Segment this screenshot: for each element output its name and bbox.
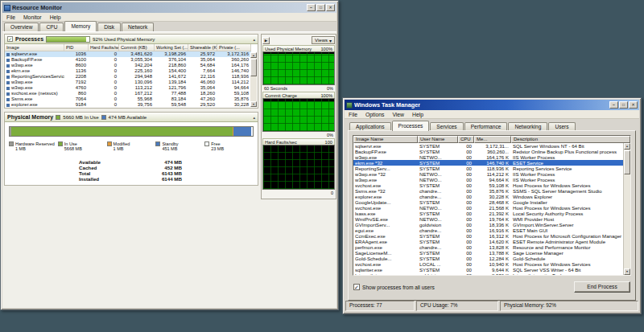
minimize-icon[interactable]: – <box>307 4 316 11</box>
listview-scrollbar[interactable]: ▲ ▼ <box>623 143 630 275</box>
column-header[interactable]: Hard Faults/sec <box>89 44 119 51</box>
process-row[interactable]: svchost.exe NETWO... 00 21,568 K Host Pr… <box>353 205 623 211</box>
process-row[interactable]: explorer.exe chandre... 00 30,228 K Wind… <box>353 194 623 199</box>
maximize-icon[interactable]: □ <box>316 4 325 11</box>
column-header[interactable]: User Name <box>418 136 458 143</box>
column-header[interactable]: Private (... <box>217 44 251 51</box>
process-row[interactable]: Ssms.exe *32 chandre... 00 35,876 K SSMS… <box>353 188 623 194</box>
process-cpu: 00 <box>458 233 474 239</box>
processes-scrollbar[interactable]: ▲ ▼ <box>250 52 257 107</box>
show-all-users-checkbox[interactable]: ✓ <box>353 284 360 290</box>
column-header[interactable]: Image <box>5 44 64 51</box>
legend-color-swatch <box>107 141 112 146</box>
process-cpu: 00 <box>458 216 474 222</box>
menu-item[interactable]: File <box>345 112 361 117</box>
column-header[interactable]: Image Name <box>353 136 418 143</box>
resmon-titlebar[interactable]: Resource Monitor – □ ✕ <box>2 2 336 13</box>
scroll-up-icon[interactable]: ▲ <box>250 52 257 58</box>
process-description: SSMS - SQL Server Management Studio <box>511 188 623 194</box>
process-row[interactable]: ekrn.exe *32 SYSTEM 00 146,740 K ESET Se… <box>353 160 623 166</box>
process-row[interactable]: BackupFP.exe 4100 0 3,055,304 376,104 35… <box>5 57 251 63</box>
collapse-icon[interactable]: ▴ <box>253 37 255 42</box>
process-name: sqlservr.exe <box>353 143 418 149</box>
select-all-checkbox[interactable]: ✓ <box>7 36 13 42</box>
process-row[interactable]: CcmExec.exe SYSTEM 00 16,312 K Host Proc… <box>353 233 623 239</box>
close-icon[interactable]: ✕ <box>326 4 335 11</box>
tab[interactable]: Memory <box>64 21 97 31</box>
collapse-icon[interactable]: ▴ <box>253 115 255 120</box>
views-button[interactable]: Views ▾ <box>312 36 335 44</box>
process-row[interactable]: lsass.exe SYSTEM 00 21,392 K Local Secur… <box>353 211 623 216</box>
process-row[interactable]: svchost.exe SYSTEM 00 59,108 K Host Proc… <box>353 182 623 188</box>
process-row[interactable]: BackupFP.exe SYSTEM 00 360,260... Redsto… <box>353 149 623 154</box>
process-row[interactable]: SageLicenseM... SYSTEM 00 13,788 K Sage … <box>353 250 623 256</box>
process-row[interactable]: ReportingServ... SYSTEM 00 118,936 K Rep… <box>353 166 623 171</box>
column-header[interactable]: PID <box>64 44 89 51</box>
tab[interactable]: Network <box>122 23 154 31</box>
process-row[interactable]: explorer.exe 9184 0 39,756 59,548 29,520… <box>5 102 251 108</box>
process-commit: 130,096 <box>119 80 155 85</box>
process-cpu: 00 <box>458 154 474 160</box>
tab[interactable]: Processes <box>392 121 430 131</box>
process-working-set: 121,796 <box>155 85 188 91</box>
process-user: SYSTEM <box>418 267 458 273</box>
collapse-panel-icon[interactable]: ▶ <box>262 37 270 44</box>
process-row[interactable]: w3wp.exe 4760 0 113,212 121,796 35,064 9… <box>5 85 251 91</box>
menu-item[interactable]: Help <box>408 112 427 117</box>
process-row[interactable]: svchost.exe LOCAL ... 00 10,940 K Host P… <box>353 261 623 267</box>
process-row[interactable]: sqlservr.exe 1036 0 3,481,620 3,198,296 … <box>5 51 251 57</box>
column-header[interactable]: Me... <box>474 136 511 143</box>
scrollbar-thumb[interactable] <box>250 59 257 76</box>
tab[interactable]: Disk <box>97 23 121 31</box>
process-user: NETWO... <box>418 205 458 211</box>
menu-item[interactable]: Options <box>361 112 388 117</box>
process-row[interactable]: w3wp.exe NETWO... 00 94,664 K IIS Worker… <box>353 177 623 182</box>
minimize-icon[interactable]: – <box>609 101 618 109</box>
column-header[interactable]: CPU <box>458 136 474 143</box>
process-row[interactable]: w3wp.exe *32 NETWO... 00 114,212 K IIS W… <box>353 171 623 177</box>
process-cpu: 00 <box>458 267 474 273</box>
scroll-up-icon[interactable]: ▲ <box>624 143 630 150</box>
scroll-down-icon[interactable]: ▼ <box>250 101 257 107</box>
process-row[interactable]: sqlwriter.exe SYSTEM 00 9,644 K SQL Serv… <box>353 267 623 273</box>
end-process-button[interactable]: End Process <box>574 281 630 293</box>
column-header[interactable]: Description <box>511 136 630 143</box>
process-row[interactable]: sqlservr.exe SYSTEM 00 3,172,31... SQL S… <box>353 143 623 149</box>
process-row[interactable]: IntersetIntegra... goldvision 00 8,936 K… <box>353 273 623 275</box>
process-row[interactable]: Ssms.exe 7064 0 55,968 83,184 47,260 35,… <box>5 96 251 102</box>
process-description: IIS Worker Process <box>511 171 623 177</box>
physical-memory-header: Physical Memory 5660 MB In Use 474 MB Av… <box>5 113 258 122</box>
process-name: ERAAgent.exe <box>353 239 418 244</box>
process-row[interactable]: ERAAgent.exe SYSTEM 00 14,620 K ESET Rem… <box>353 239 623 244</box>
process-row[interactable]: w3wp.exe 7192 0 130,096 139,184 46,060 1… <box>5 80 251 85</box>
column-header[interactable]: Shareable (KB) <box>188 44 217 51</box>
process-row[interactable]: perfmon.exe chandre... 00 13,828 K Resou… <box>353 244 623 250</box>
taskman-title: Windows Task Manager <box>354 101 420 109</box>
resource-monitor-icon <box>4 5 10 11</box>
column-header[interactable]: Commit (KB) <box>119 44 155 51</box>
scroll-down-icon[interactable]: ▼ <box>624 268 630 275</box>
process-row[interactable]: Gold-Schedule... SYSTEM 00 12,284 K Gold… <box>353 256 623 261</box>
process-private: 146,740 <box>217 68 251 74</box>
close-icon[interactable]: ✕ <box>629 101 638 109</box>
process-memory: 13,788 K <box>474 250 511 256</box>
menu-item[interactable]: File <box>2 14 19 20</box>
menu-item[interactable]: View <box>388 112 408 117</box>
process-row[interactable]: ReportingServicesService.exe 2208 0 294,… <box>5 74 251 80</box>
process-row[interactable]: egui.exe chandre... 00 16,916 K ESET Mai… <box>353 227 623 233</box>
process-row[interactable]: WmiPrvSE.exe NETWO... 00 19,764 K WMI Pr… <box>353 216 623 222</box>
process-row[interactable]: w3wp.exe NETWO... 00 164,176 K IIS Worke… <box>353 154 623 160</box>
tab[interactable]: Overview <box>4 23 39 31</box>
scrollbar-thumb[interactable] <box>624 150 630 174</box>
column-header[interactable]: Working Set (... <box>155 44 188 51</box>
maximize-icon[interactable]: □ <box>619 101 628 109</box>
process-row[interactable]: GoogleUpdate... SYSTEM 00 28,468 K Googl… <box>353 199 623 205</box>
process-row[interactable]: svchost.exe (netsvcs) 860 0 167,212 77,4… <box>5 91 251 96</box>
taskman-titlebar[interactable]: Windows Task Manager – □ ✕ <box>345 100 639 110</box>
process-row[interactable]: GVImportServ... goldvision 00 18,336 K G… <box>353 222 623 227</box>
menu-item[interactable]: Help <box>46 14 65 20</box>
process-row[interactable]: ekrn.exe 1136 0 225,160 154,400 7,664 14… <box>5 68 251 74</box>
process-row[interactable]: w3wp.exe 8600 0 342,204 218,860 54,684 1… <box>5 63 251 68</box>
tab[interactable]: CPU <box>39 23 64 31</box>
menu-item[interactable]: Monitor <box>19 14 46 20</box>
